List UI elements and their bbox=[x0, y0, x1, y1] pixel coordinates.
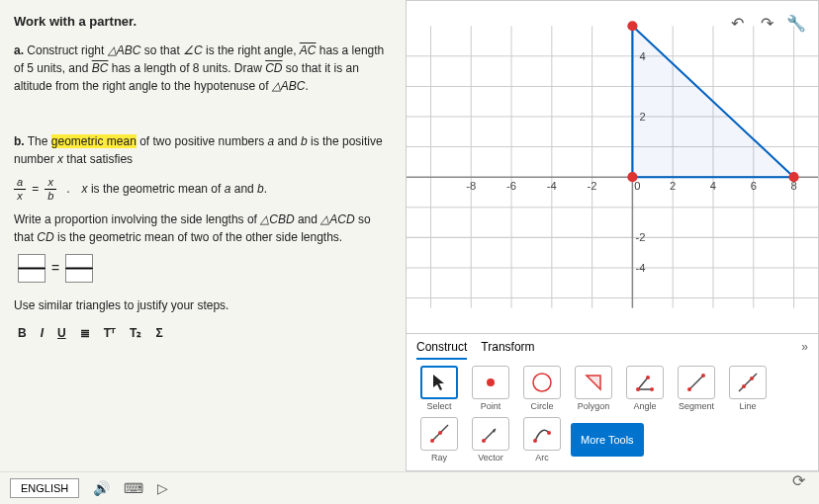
audio-icon[interactable]: 🔊 bbox=[93, 480, 110, 496]
more-tools-button[interactable]: More Tools bbox=[571, 423, 644, 457]
format-toolbar: B I U ≣ Tᵀ T₂ Σ bbox=[10, 322, 392, 344]
italic-button[interactable]: I bbox=[41, 324, 44, 342]
svg-point-43 bbox=[750, 377, 754, 380]
sigma-button[interactable]: Σ bbox=[155, 324, 162, 342]
redo-icon[interactable]: ↷ bbox=[757, 13, 776, 33]
tool-angle[interactable]: Angle bbox=[622, 366, 668, 411]
tool-vector[interactable]: Vector bbox=[468, 417, 513, 462]
svg-point-37 bbox=[646, 376, 650, 379]
play-icon[interactable]: ▷ bbox=[157, 480, 168, 496]
svg-point-40 bbox=[701, 374, 705, 378]
subscript-button[interactable]: T₂ bbox=[130, 324, 141, 342]
tool-line[interactable]: Line bbox=[725, 366, 771, 411]
numerator-input-1[interactable] bbox=[18, 254, 46, 268]
svg-text:-2: -2 bbox=[636, 231, 646, 243]
question-panel: Work with a partner. a. Construct right … bbox=[0, 0, 406, 471]
tool-arc[interactable]: Arc bbox=[519, 417, 565, 462]
tool-segment[interactable]: Segment bbox=[674, 366, 719, 411]
write-proportion: Write a proportion involving the side le… bbox=[14, 210, 392, 246]
svg-text:-4: -4 bbox=[636, 262, 646, 274]
refresh-icon[interactable]: ⟳ bbox=[792, 471, 805, 490]
svg-point-48 bbox=[482, 439, 486, 443]
tool-ray[interactable]: Ray bbox=[416, 417, 462, 462]
svg-text:0: 0 bbox=[634, 180, 640, 192]
svg-point-36 bbox=[650, 387, 654, 391]
expand-icon[interactable]: » bbox=[801, 340, 808, 360]
svg-point-39 bbox=[687, 387, 691, 391]
part-b: b. The geometric mean of two positive nu… bbox=[14, 132, 392, 168]
tool-select[interactable]: Select bbox=[416, 366, 462, 411]
wrench-icon[interactable]: 🔧 bbox=[786, 13, 806, 33]
vertex-point[interactable] bbox=[627, 172, 637, 182]
denominator-input-1[interactable] bbox=[18, 269, 46, 283]
ratio-line: ax = xb . x is the geometric mean of a a… bbox=[14, 176, 392, 203]
denominator-input-2[interactable] bbox=[65, 269, 93, 283]
graph-area[interactable]: -8 -6 -4 -2 0 2 4 6 8 2 4 -2 -4 bbox=[407, 1, 818, 333]
svg-text:-8: -8 bbox=[466, 180, 476, 192]
part-a: a. Construct right △ABC so that ∠C is th… bbox=[14, 42, 392, 95]
svg-text:-6: -6 bbox=[506, 180, 516, 192]
tab-construct[interactable]: Construct bbox=[416, 340, 467, 360]
superscript-button[interactable]: Tᵀ bbox=[104, 324, 116, 342]
svg-point-33 bbox=[487, 378, 495, 386]
bottom-bar: ENGLISH 🔊 ⌨ ▷ bbox=[0, 471, 819, 504]
tools-area: Construct Transform » Select Point Circl… bbox=[407, 333, 818, 470]
tab-transform[interactable]: Transform bbox=[481, 340, 534, 360]
justify-text: Use similar triangles to justify your st… bbox=[14, 296, 392, 314]
svg-point-50 bbox=[547, 431, 551, 435]
undo-icon[interactable]: ↶ bbox=[727, 13, 747, 33]
svg-point-49 bbox=[533, 439, 537, 443]
svg-point-46 bbox=[438, 431, 442, 435]
geometry-panel: ↶ ↷ 🔧 -8 -6 -4 bbox=[406, 0, 819, 471]
svg-point-45 bbox=[430, 439, 434, 443]
tool-circle[interactable]: Circle bbox=[519, 366, 565, 411]
svg-line-38 bbox=[689, 376, 703, 389]
svg-point-42 bbox=[742, 384, 746, 388]
list-button[interactable]: ≣ bbox=[80, 324, 90, 342]
underline-button[interactable]: U bbox=[57, 324, 66, 342]
vertex-point[interactable] bbox=[788, 172, 798, 182]
language-button[interactable]: ENGLISH bbox=[10, 478, 79, 498]
svg-text:6: 6 bbox=[751, 180, 757, 192]
keyboard-icon[interactable]: ⌨ bbox=[124, 480, 143, 496]
svg-line-41 bbox=[739, 374, 757, 391]
svg-text:-4: -4 bbox=[547, 180, 557, 192]
vertex-point[interactable] bbox=[627, 21, 637, 31]
coordinate-grid[interactable]: -8 -6 -4 -2 0 2 4 6 8 2 4 -2 -4 bbox=[407, 1, 818, 333]
bold-button[interactable]: B bbox=[18, 324, 27, 342]
numerator-input-2[interactable] bbox=[65, 254, 93, 268]
svg-text:2: 2 bbox=[670, 180, 676, 192]
svg-text:-2: -2 bbox=[588, 180, 597, 192]
tool-polygon[interactable]: Polygon bbox=[571, 366, 616, 411]
svg-text:4: 4 bbox=[710, 180, 716, 192]
svg-point-35 bbox=[636, 387, 640, 391]
tool-tabs: Construct Transform » bbox=[416, 340, 808, 360]
heading: Work with a partner. bbox=[14, 12, 392, 32]
proportion-input[interactable]: = bbox=[18, 254, 392, 283]
tool-point[interactable]: Point bbox=[468, 366, 513, 411]
svg-point-34 bbox=[533, 374, 551, 391]
